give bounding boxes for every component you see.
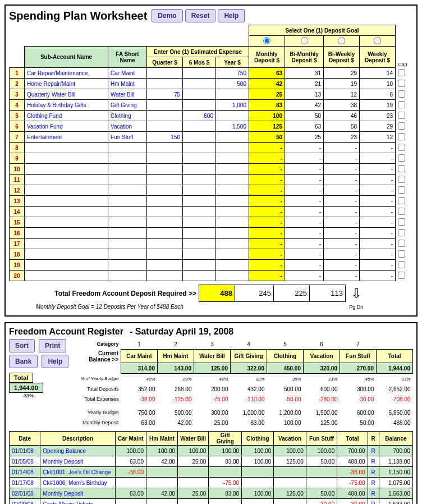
- sixmos-cell[interactable]: [183, 196, 216, 207]
- quarter-cell[interactable]: [147, 207, 183, 217]
- cap-checkbox[interactable]: [398, 122, 405, 130]
- year-cell[interactable]: [216, 185, 249, 196]
- help-button[interactable]: Help: [218, 9, 245, 22]
- year-cell[interactable]: 1,500: [216, 121, 249, 132]
- sub-account-cell[interactable]: [25, 207, 108, 217]
- cap-checkbox[interactable]: [398, 186, 405, 194]
- sub-account-cell[interactable]: [25, 164, 108, 175]
- sub-account-cell[interactable]: [25, 249, 108, 260]
- quarter-cell[interactable]: [147, 175, 183, 185]
- sub-account-cell[interactable]: [25, 185, 108, 196]
- tx-value-cell[interactable]: 83.00: [209, 456, 242, 467]
- fa-short-cell[interactable]: [108, 175, 147, 185]
- tx-value-cell[interactable]: 83.00: [209, 488, 242, 499]
- fa-short-cell[interactable]: Gift Giving: [108, 100, 147, 111]
- tx-desc[interactable]: Opening Balance: [40, 446, 115, 456]
- tx-date[interactable]: 02/09/08: [10, 499, 40, 505]
- quarter-cell[interactable]: [147, 217, 183, 228]
- tx-value-cell[interactable]: -30.00: [306, 499, 337, 505]
- weekly-radio[interactable]: [374, 37, 381, 44]
- year-cell[interactable]: [216, 164, 249, 175]
- year-cell[interactable]: [216, 217, 249, 228]
- sub-account-cell[interactable]: Vacation Fund: [25, 121, 108, 132]
- tx-r[interactable]: R: [368, 499, 379, 505]
- tx-r[interactable]: R: [368, 478, 379, 488]
- sixmos-cell[interactable]: [183, 89, 216, 100]
- year-cell[interactable]: [216, 196, 249, 207]
- cap-checkbox[interactable]: [398, 218, 405, 226]
- year-cell[interactable]: 500: [216, 79, 249, 89]
- tx-desc[interactable]: Monthly Deposit: [40, 488, 115, 499]
- year-cell[interactable]: [216, 111, 249, 121]
- tx-desc[interactable]: Cash; Movie Tickets: [40, 499, 115, 505]
- sub-account-cell[interactable]: [25, 239, 108, 249]
- cap-checkbox[interactable]: [398, 112, 405, 119]
- cap-checkbox[interactable]: [398, 272, 405, 279]
- fa-short-cell[interactable]: [108, 196, 147, 207]
- fa-short-cell[interactable]: [108, 164, 147, 175]
- sub-account-cell[interactable]: Holiday & Birthday Gifts: [25, 100, 108, 111]
- quarter-cell[interactable]: [147, 196, 183, 207]
- sub-account-cell[interactable]: Clothing Fund: [25, 111, 108, 121]
- tx-date[interactable]: 01/17/08: [10, 478, 40, 488]
- reset-button[interactable]: Reset: [185, 9, 216, 22]
- tx-value-cell[interactable]: [274, 467, 306, 478]
- tx-value-cell[interactable]: 42.00: [146, 488, 178, 499]
- quarter-cell[interactable]: [147, 143, 183, 153]
- sixmos-cell[interactable]: [183, 207, 216, 217]
- sub-account-cell[interactable]: Entertainment: [25, 132, 108, 143]
- sixmos-cell[interactable]: [183, 132, 216, 143]
- sub-account-cell[interactable]: [25, 260, 108, 271]
- quarter-cell[interactable]: [147, 153, 183, 164]
- fa-short-cell[interactable]: Car Maint: [108, 68, 147, 79]
- sixmos-cell[interactable]: [183, 175, 216, 185]
- tx-value-cell[interactable]: [115, 478, 146, 488]
- sort-button[interactable]: Sort: [9, 339, 35, 352]
- year-cell[interactable]: [216, 143, 249, 153]
- bank-button[interactable]: Bank: [9, 355, 38, 368]
- tx-value-cell[interactable]: [209, 499, 242, 505]
- fa-short-cell[interactable]: Water Bill: [108, 89, 147, 100]
- fa-short-cell[interactable]: [108, 239, 147, 249]
- quarter-cell[interactable]: [147, 121, 183, 132]
- tx-date[interactable]: 01/05/08: [10, 456, 40, 467]
- fa-short-cell[interactable]: Clothing: [108, 111, 147, 121]
- tx-value-cell[interactable]: [178, 478, 209, 488]
- tx-value-cell[interactable]: [146, 499, 178, 505]
- tx-r[interactable]: R: [368, 446, 379, 456]
- quarter-cell[interactable]: [147, 249, 183, 260]
- fa-short-cell[interactable]: Fun Stuff: [108, 132, 147, 143]
- sixmos-cell[interactable]: [183, 164, 216, 175]
- quarter-cell[interactable]: [147, 111, 183, 121]
- quarter-cell[interactable]: [147, 100, 183, 111]
- tx-value-cell[interactable]: [209, 467, 242, 478]
- cap-checkbox[interactable]: [398, 80, 405, 87]
- tx-value-cell[interactable]: 100.00: [115, 446, 146, 456]
- sub-account-cell[interactable]: [25, 228, 108, 239]
- year-cell[interactable]: [216, 260, 249, 271]
- sixmos-cell[interactable]: [183, 239, 216, 249]
- tx-desc[interactable]: Ck#1001; Joe's Oil Change: [40, 467, 115, 478]
- tx-value-cell[interactable]: [242, 499, 274, 505]
- tx-value-cell[interactable]: [306, 467, 337, 478]
- sub-account-cell[interactable]: [25, 153, 108, 164]
- tx-value-cell[interactable]: 25.00: [178, 456, 209, 467]
- sixmos-cell[interactable]: [183, 79, 216, 89]
- sixmos-cell[interactable]: [183, 68, 216, 79]
- cap-checkbox[interactable]: [398, 154, 405, 162]
- tx-value-cell[interactable]: [306, 478, 337, 488]
- cap-checkbox[interactable]: [398, 144, 405, 151]
- tx-r[interactable]: R: [368, 467, 379, 478]
- tx-value-cell[interactable]: 100.00: [209, 446, 242, 456]
- year-cell[interactable]: [216, 132, 249, 143]
- sub-account-cell[interactable]: [25, 175, 108, 185]
- cap-checkbox[interactable]: [398, 101, 405, 108]
- sixmos-cell[interactable]: [183, 143, 216, 153]
- pgdn-arrow-icon[interactable]: ⇩: [351, 286, 362, 301]
- tx-value-cell[interactable]: 100.00: [242, 488, 274, 499]
- year-cell[interactable]: 750: [216, 68, 249, 79]
- quarter-cell[interactable]: [147, 68, 183, 79]
- sub-account-cell[interactable]: [25, 217, 108, 228]
- cap-checkbox[interactable]: [398, 133, 405, 140]
- tx-value-cell[interactable]: [178, 499, 209, 505]
